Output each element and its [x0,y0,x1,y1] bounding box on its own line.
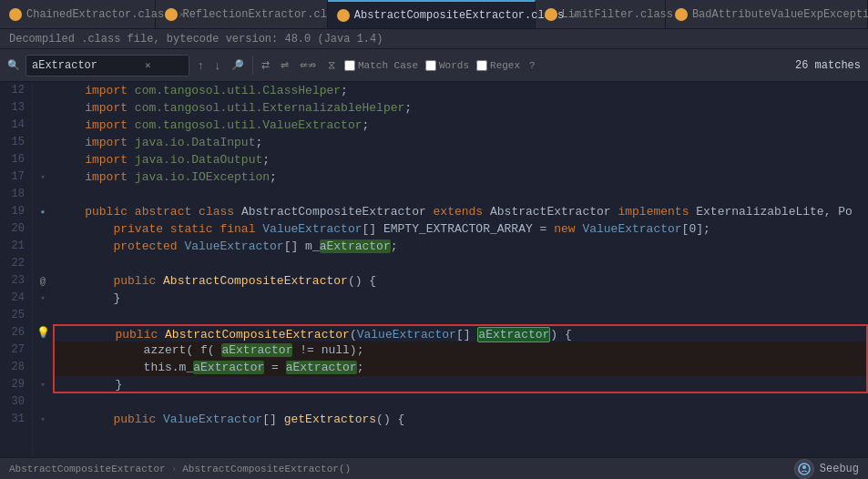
search-options: Match Case Words Regex ? [344,60,536,71]
gutter: ▾ ● @ ▾ 💡 ▾ ▾ [33,82,53,457]
gutter-23: @ [33,272,53,290]
tab-label-badattr: BadAttributeValueExpExceptio... [692,8,868,21]
ln-24: 24 [0,290,32,307]
tab-badattr[interactable]: BadAttributeValueExpExceptio... ✕ [666,0,868,28]
prev-match-button[interactable]: ↑ [195,57,207,73]
words-option[interactable]: Words [425,60,469,71]
code-area: 12 13 14 15 16 17 18 19 20 21 22 23 24 2… [0,82,868,457]
match-case-label: Match Case [358,60,418,71]
tab-icon-abstract [337,9,350,22]
ln-30: 30 [0,393,32,411]
toggle-replace-button[interactable]: ⇄ [259,58,272,72]
match-all-button[interactable]: ⇌ [278,58,291,72]
ln-26: 26 [0,324,32,341]
tab-icon-reflection [165,8,178,21]
gutter-31: ▾ [33,411,53,428]
code-text-30 [53,393,868,411]
code-line-13: import com.tangosol.util.ExternalizableH… [53,99,868,117]
gutter-17: ▾ [33,168,53,186]
code-text-17: import java.io.IOException; [53,168,868,186]
tab-bar: ChainedExtractor.class ✕ ReflectionExtra… [0,0,868,29]
gutter-20 [33,220,53,238]
clear-search-icon[interactable]: ✕ [145,59,151,71]
ln-20: 20 [0,220,32,238]
ln-17: 17 [0,168,32,186]
code-line-26: public AbstractCompositeExtractor(ValueE… [53,324,868,341]
ln-25: 25 [0,307,32,324]
breadcrumb-1: AbstractCompositeExtractor [9,464,166,474]
ln-23: 23 [0,272,32,290]
filter-icon[interactable]: ⧖ [328,59,335,72]
breadcrumb-separator: › [171,464,178,474]
search-matches: 26 matches [795,59,861,72]
svg-point-1 [802,465,806,469]
gutter-19: ● [33,203,53,220]
code-line-24: } [53,290,868,307]
match-word-button[interactable]: ⇍⇏ [297,58,319,72]
tab-label-abstract: AbstractCompositeExtractor.class [354,9,564,22]
breadcrumb-2: AbstractCompositeExtractor() [182,464,351,474]
search-icon: 🔍 [7,59,20,71]
next-match-button[interactable]: ↓ [212,57,224,73]
code-line-17: import java.io.IOException; [53,168,868,186]
tab-icon-badattr [675,8,688,21]
ln-15: 15 [0,134,32,151]
gutter-16 [33,151,53,168]
regex-option[interactable]: Regex [476,60,520,71]
regex-checkbox[interactable] [476,60,487,71]
gutter-21 [33,238,53,255]
ln-13: 13 [0,99,32,117]
code-text-28: this.m_aExtractor = aExtractor; [55,359,866,376]
code-text-19: public abstract class AbstractCompositeE… [53,203,868,220]
code-text-14: import com.tangosol.util.ValueExtractor; [53,117,868,134]
match-case-option[interactable]: Match Case [344,60,418,71]
code-text-16: import java.io.DataOutput; [53,151,868,168]
gutter-12 [33,82,53,99]
ln-29: 29 [0,376,32,393]
code-line-25 [53,307,868,324]
code-line-12: import com.tangosol.util.ClassHelper; [53,82,868,99]
code-text-26: public AbstractCompositeExtractor(ValueE… [55,326,866,341]
search-bar: 🔍 ✕ ↑ ↓ 🔎 ⇄ ⇌ ⇍⇏ ⧖ Match Case Words Rege… [0,49,868,82]
code-line-30 [53,393,868,411]
ln-18: 18 [0,186,32,203]
search-divider [252,56,253,75]
tab-chained[interactable]: ChainedExtractor.class ✕ [0,0,156,28]
info-text: Decompiled .class file, bytecode version… [9,33,383,46]
seebug-label: Seebug [820,463,859,475]
gutter-26[interactable]: 💡 [33,324,53,341]
gutter-24: ▾ [33,290,53,307]
seebug-icon [794,459,814,479]
gutter-15 [33,134,53,151]
code-text-22 [53,255,868,272]
gutter-25 [33,307,53,324]
search-input[interactable] [32,59,141,72]
words-checkbox[interactable] [425,60,436,71]
code-text-29: } [55,376,866,392]
help-icon[interactable]: ? [529,60,536,71]
code-text-12: import com.tangosol.util.ClassHelper; [53,82,868,99]
tab-limit[interactable]: LimitFilter.class ✕ [536,0,666,28]
ln-27: 27 [0,341,32,359]
match-case-checkbox[interactable] [344,60,355,71]
code-text-31: public ValueExtractor[] getExtractors() … [53,411,868,428]
tab-abstract[interactable]: AbstractCompositeExtractor.class ✕ [328,0,536,28]
tab-label-limit: LimitFilter.class [562,8,673,21]
gutter-30 [33,393,53,411]
ln-31: 31 [0,411,32,428]
code-text-15: import java.io.DataInput; [53,134,868,151]
code-line-15: import java.io.DataInput; [53,134,868,151]
ln-22: 22 [0,255,32,272]
gutter-22 [33,255,53,272]
code-text-25 [53,307,868,324]
find-usages-button[interactable]: 🔎 [229,58,247,72]
ln-14: 14 [0,117,32,134]
ln-19: 19 [0,203,32,220]
ln-28: 28 [0,359,32,376]
code-line-18 [53,186,868,203]
code-text-18 [53,186,868,203]
tab-reflection[interactable]: ReflectionExtractor.class ✕ [156,0,327,28]
code-rows[interactable]: import com.tangosol.util.ClassHelper; im… [53,82,868,457]
ln-12: 12 [0,82,32,99]
gutter-29: ▾ [33,376,53,393]
